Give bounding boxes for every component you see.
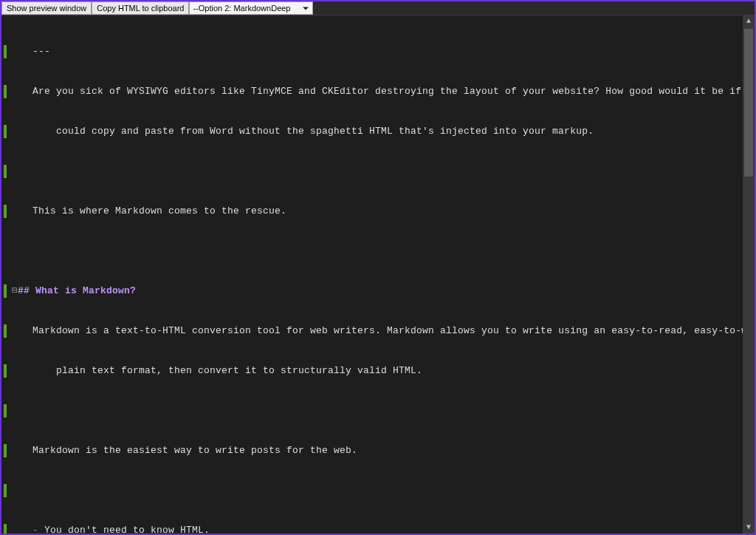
editor-window: Show preview window Copy HTML to clipboa… — [0, 0, 756, 535]
code-editor[interactable]: --- Are you sick of WYSIWYG editors like… — [1, 16, 755, 534]
text-line: Are you sick of WYSIWYG editors like Tin… — [32, 86, 755, 97]
text-line: could copy and paste from Word without t… — [56, 126, 594, 137]
bullet-dash: - — [32, 525, 44, 534]
vertical-scrollbar[interactable]: ▲ ▼ — [743, 16, 755, 534]
scrollbar-thumb[interactable] — [744, 29, 753, 177]
bullet-text: You don't need to know HTML. — [44, 525, 210, 534]
heading-dropdown[interactable]: --Option 2: MarkdownDeep — [189, 1, 313, 15]
copy-html-button[interactable]: Copy HTML to clipboard — [92, 1, 189, 15]
text-line: plain text format, then convert it to st… — [56, 365, 422, 376]
text-line: --- — [32, 46, 50, 57]
heading-dropdown-value: --Option 2: MarkdownDeep — [193, 4, 290, 13]
text-line: Markdown is a text-to-HTML conversion to… — [32, 325, 755, 336]
text-line: This is where Markdown comes to the resc… — [32, 205, 286, 217]
fold-toggle-icon[interactable]: ⊟ — [12, 284, 18, 298]
scroll-up-icon[interactable]: ▲ — [743, 16, 755, 27]
toolbar: Show preview window Copy HTML to clipboa… — [1, 1, 755, 16]
heading-line: ## What is Markdown? — [18, 285, 136, 296]
scroll-down-icon[interactable]: ▼ — [743, 522, 755, 534]
text-line: Markdown is the easiest way to write pos… — [32, 445, 357, 456]
show-preview-button[interactable]: Show preview window — [1, 1, 92, 15]
